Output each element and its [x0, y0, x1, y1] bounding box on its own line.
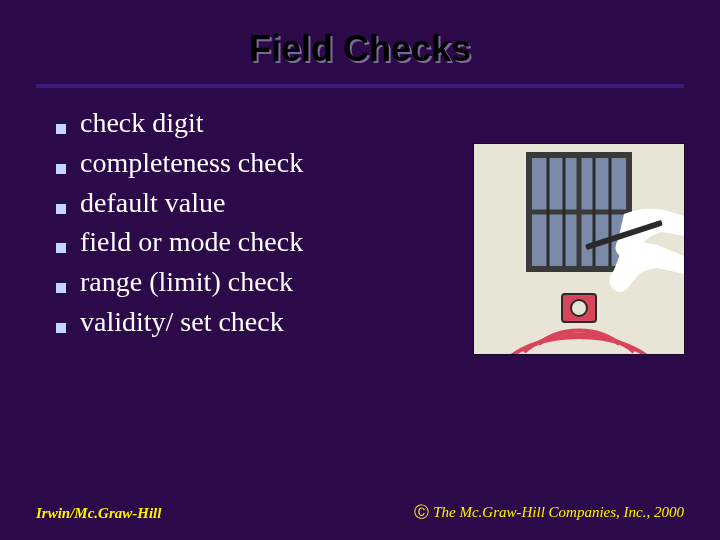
footer-right: Ⓒ The Mc.Graw-Hill Companies, Inc., 2000 — [414, 503, 684, 522]
square-bullet-icon — [56, 283, 66, 293]
square-bullet-icon — [56, 164, 66, 174]
list-item: range (limit) check — [56, 263, 303, 301]
illustration-container — [474, 144, 684, 354]
page-title: Field Checks — [0, 20, 720, 84]
list-item: validity/ set check — [56, 303, 303, 341]
list-item-label: default value — [80, 184, 225, 222]
square-bullet-icon — [56, 204, 66, 214]
svg-point-11 — [571, 300, 587, 316]
list-item: completeness check — [56, 144, 303, 182]
list-item: default value — [56, 184, 303, 222]
square-bullet-icon — [56, 124, 66, 134]
list-item-label: check digit — [80, 104, 204, 142]
copyright-icon: Ⓒ — [414, 504, 429, 520]
list-item: field or mode check — [56, 223, 303, 261]
bullet-list: check digit completeness check default v… — [56, 104, 303, 354]
list-item-label: field or mode check — [80, 223, 303, 261]
burglar-alarm-icon — [474, 144, 684, 354]
square-bullet-icon — [56, 323, 66, 333]
list-item-label: range (limit) check — [80, 263, 293, 301]
slide: Field Checks check digit completeness ch… — [0, 0, 720, 540]
list-item-label: completeness check — [80, 144, 303, 182]
square-bullet-icon — [56, 243, 66, 253]
content-area: check digit completeness check default v… — [0, 88, 720, 354]
list-item: check digit — [56, 104, 303, 142]
footer-left: Irwin/Mc.Graw-Hill — [36, 505, 161, 522]
footer-right-text: The Mc.Graw-Hill Companies, Inc., 2000 — [429, 504, 684, 520]
list-item-label: validity/ set check — [80, 303, 284, 341]
